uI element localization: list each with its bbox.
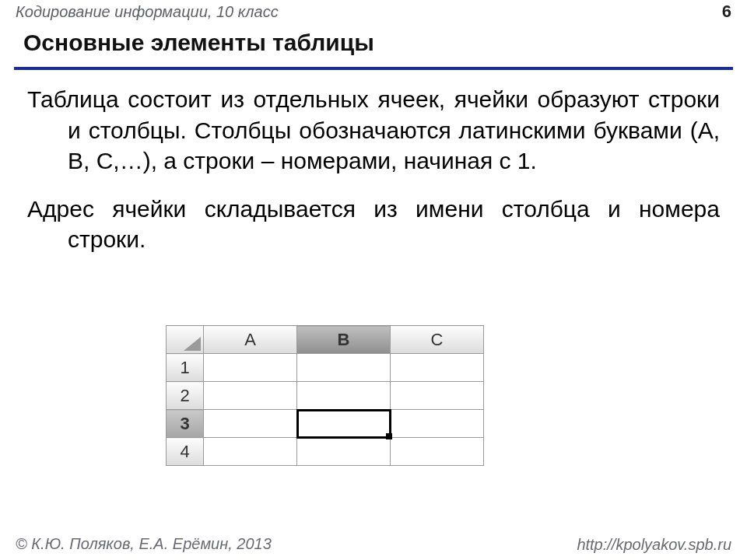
row-header-3[interactable]: 3 <box>167 410 204 438</box>
cell-c3[interactable] <box>391 410 484 438</box>
footer-url: http://kpolyakov.spb.ru <box>577 536 731 554</box>
col-header-b[interactable]: B <box>297 326 391 354</box>
paragraph-2: Адрес ячейки складывается из имени столб… <box>27 194 720 255</box>
cell-a1[interactable] <box>204 354 297 382</box>
cell-a3[interactable] <box>204 410 297 438</box>
select-all-triangle-icon <box>184 337 201 351</box>
slide-footer: © К.Ю. Поляков, Е.А. Ерёмин, 2013 http:/… <box>0 532 747 560</box>
cell-a4[interactable] <box>204 438 297 466</box>
cell-b2[interactable] <box>297 382 391 410</box>
col-header-a[interactable]: A <box>204 326 297 354</box>
cell-b3[interactable] <box>297 410 391 438</box>
cell-b1[interactable] <box>297 354 391 382</box>
slide: Кодирование информации, 10 класс 6 Основ… <box>0 0 747 560</box>
cell-c4[interactable] <box>391 438 484 466</box>
slide-header: Кодирование информации, 10 класс 6 <box>0 0 747 25</box>
row-header-1[interactable]: 1 <box>167 354 204 382</box>
slide-body: Таблица состоит из отдельных ячеек, ячей… <box>27 84 720 272</box>
course-label: Кодирование информации, 10 класс <box>16 3 279 20</box>
cell-c1[interactable] <box>391 354 484 382</box>
col-header-c[interactable]: C <box>391 326 484 354</box>
cell-a2[interactable] <box>204 382 297 410</box>
cell-c2[interactable] <box>391 382 484 410</box>
spreadsheet-illustration: A B C 1 2 3 4 <box>166 325 484 466</box>
slide-title: Основные элементы таблицы <box>23 30 724 56</box>
row-header-4[interactable]: 4 <box>167 438 204 466</box>
footer-author: © К.Ю. Поляков, Е.А. Ерёмин, 2013 <box>16 535 272 552</box>
title-underline <box>14 67 733 70</box>
select-all-corner[interactable] <box>167 326 204 354</box>
page-number: 6 <box>722 2 731 22</box>
row-header-2[interactable]: 2 <box>167 382 204 410</box>
cell-b4[interactable] <box>297 438 391 466</box>
paragraph-1: Таблица состоит из отдельных ячеек, ячей… <box>27 84 720 177</box>
